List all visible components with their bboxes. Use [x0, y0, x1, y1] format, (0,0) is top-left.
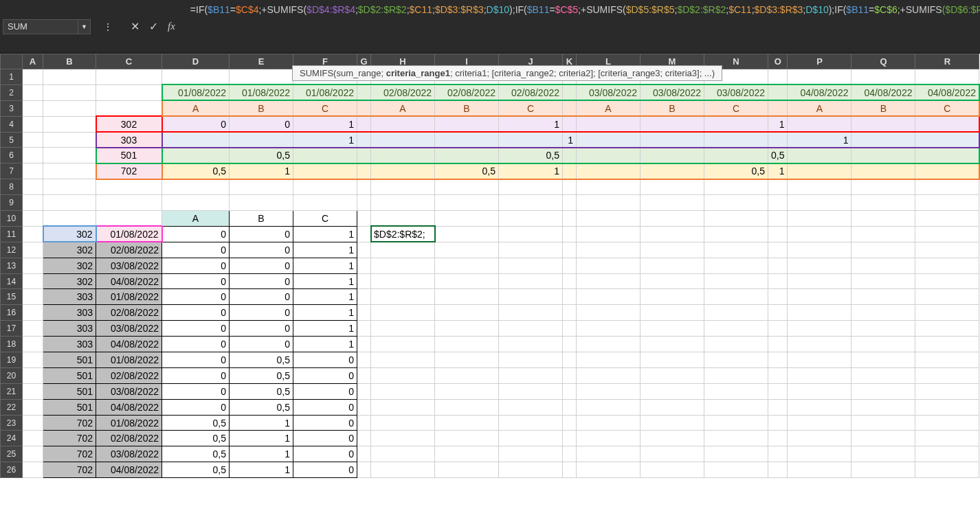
- cancel-icon[interactable]: ✕: [131, 20, 140, 33]
- col-header-R[interactable]: R: [915, 54, 979, 69]
- result-cell[interactable]: 0,5: [162, 446, 230, 462]
- row-header-26[interactable]: 26: [1, 462, 23, 478]
- matrix-cell[interactable]: [768, 132, 788, 148]
- date-cell[interactable]: 01/08/2022: [230, 84, 293, 100]
- group-header[interactable]: B: [641, 100, 704, 116]
- result-cell[interactable]: 0: [293, 383, 357, 399]
- matrix-cell[interactable]: 0,5: [230, 148, 293, 163]
- date-cell[interactable]: 04/08/2022: [915, 84, 979, 100]
- row-header-4[interactable]: 4: [1, 116, 23, 132]
- id-val[interactable]: 302: [43, 226, 96, 242]
- date-cell[interactable]: 02/08/2022: [371, 84, 435, 100]
- result-cell[interactable]: 0: [162, 273, 230, 289]
- id-val[interactable]: 501: [43, 383, 96, 399]
- matrix-cell[interactable]: 1: [768, 116, 788, 132]
- result-cell[interactable]: 0: [230, 305, 293, 321]
- date-cell[interactable]: 01/08/2022: [293, 84, 357, 100]
- result-header[interactable]: A: [162, 211, 230, 227]
- group-header[interactable]: C: [915, 100, 979, 116]
- matrix-cell[interactable]: [162, 132, 230, 148]
- matrix-cell[interactable]: 1: [499, 116, 563, 132]
- matrix-cell[interactable]: [577, 132, 641, 148]
- matrix-cell[interactable]: [357, 116, 371, 132]
- result-cell[interactable]: 0: [162, 226, 230, 242]
- row-header-8[interactable]: 8: [1, 179, 23, 195]
- matrix-cell[interactable]: [577, 116, 641, 132]
- id-val[interactable]: 702: [43, 431, 96, 446]
- id-val[interactable]: 302: [43, 242, 96, 258]
- matrix-cell[interactable]: [577, 148, 641, 163]
- date-val[interactable]: 02/08/2022: [96, 431, 162, 446]
- group-header[interactable]: B: [230, 100, 293, 116]
- id-val[interactable]: 302: [43, 258, 96, 273]
- result-cell[interactable]: 0: [230, 226, 293, 242]
- group-header[interactable]: A: [371, 100, 435, 116]
- matrix-cell[interactable]: [435, 132, 499, 148]
- group-header[interactable]: [563, 100, 577, 116]
- result-cell[interactable]: 0: [230, 273, 293, 289]
- matrix-cell[interactable]: 1: [788, 132, 851, 148]
- row-header-14[interactable]: 14: [1, 273, 23, 289]
- result-cell[interactable]: 0: [293, 352, 357, 368]
- col-header-E[interactable]: E: [230, 54, 293, 69]
- result-cell[interactable]: 0: [230, 258, 293, 273]
- matrix-cell[interactable]: [357, 132, 371, 148]
- result-cell[interactable]: 0: [162, 258, 230, 273]
- result-cell[interactable]: 1: [293, 321, 357, 337]
- id-val[interactable]: 303: [43, 289, 96, 305]
- matrix-cell[interactable]: [915, 132, 979, 148]
- group-header[interactable]: C: [499, 100, 563, 116]
- matrix-cell[interactable]: [704, 116, 768, 132]
- date-cell[interactable]: 04/08/2022: [788, 84, 851, 100]
- confirm-icon[interactable]: ✓: [149, 20, 158, 33]
- result-cell[interactable]: 0: [162, 367, 230, 383]
- row-header-18[interactable]: 18: [1, 337, 23, 352]
- result-cell[interactable]: 0: [162, 399, 230, 415]
- result-cell[interactable]: 0: [162, 305, 230, 321]
- result-cell[interactable]: 1: [293, 258, 357, 273]
- matrix-cell[interactable]: [577, 163, 641, 179]
- result-cell[interactable]: 0,5: [162, 462, 230, 478]
- id-val[interactable]: 501: [43, 367, 96, 383]
- col-header-Q[interactable]: Q: [851, 54, 915, 69]
- id-cell[interactable]: 501: [96, 148, 162, 163]
- group-header[interactable]: C: [293, 100, 357, 116]
- group-header[interactable]: A: [788, 100, 851, 116]
- result-cell[interactable]: 1: [293, 337, 357, 352]
- matrix-cell[interactable]: 1: [230, 163, 293, 179]
- date-val[interactable]: 01/08/2022: [96, 226, 162, 242]
- matrix-cell[interactable]: [788, 116, 851, 132]
- active-cell[interactable]: $D$2:$R$2;: [371, 226, 435, 242]
- date-cell[interactable]: 03/08/2022: [577, 84, 641, 100]
- group-header[interactable]: [357, 100, 371, 116]
- matrix-cell[interactable]: 0,5: [704, 163, 768, 179]
- id-cell[interactable]: 303: [96, 132, 162, 148]
- row-header-25[interactable]: 25: [1, 446, 23, 462]
- matrix-cell[interactable]: [641, 132, 704, 148]
- matrix-cell[interactable]: [915, 148, 979, 163]
- id-cell[interactable]: 302: [96, 116, 162, 132]
- date-cell[interactable]: 03/08/2022: [641, 84, 704, 100]
- group-header[interactable]: A: [577, 100, 641, 116]
- result-cell[interactable]: 0: [162, 352, 230, 368]
- result-cell[interactable]: 1: [230, 415, 293, 431]
- matrix-cell[interactable]: [563, 148, 577, 163]
- result-cell[interactable]: 0: [162, 337, 230, 352]
- date-cell[interactable]: [768, 84, 788, 100]
- result-cell[interactable]: 0,5: [230, 383, 293, 399]
- result-cell[interactable]: 0: [293, 367, 357, 383]
- result-cell[interactable]: 1: [293, 305, 357, 321]
- group-header[interactable]: A: [162, 100, 230, 116]
- matrix-cell[interactable]: 1: [293, 116, 357, 132]
- group-header[interactable]: B: [851, 100, 915, 116]
- result-cell[interactable]: 0,5: [162, 431, 230, 446]
- id-val[interactable]: 702: [43, 462, 96, 478]
- result-cell[interactable]: 1: [230, 431, 293, 446]
- matrix-cell[interactable]: 0,5: [162, 163, 230, 179]
- matrix-cell[interactable]: 0,5: [768, 148, 788, 163]
- date-val[interactable]: 03/08/2022: [96, 446, 162, 462]
- matrix-cell[interactable]: [641, 116, 704, 132]
- matrix-cell[interactable]: 1: [293, 132, 357, 148]
- result-cell[interactable]: 1: [293, 226, 357, 242]
- row-header-10[interactable]: 10: [1, 211, 23, 227]
